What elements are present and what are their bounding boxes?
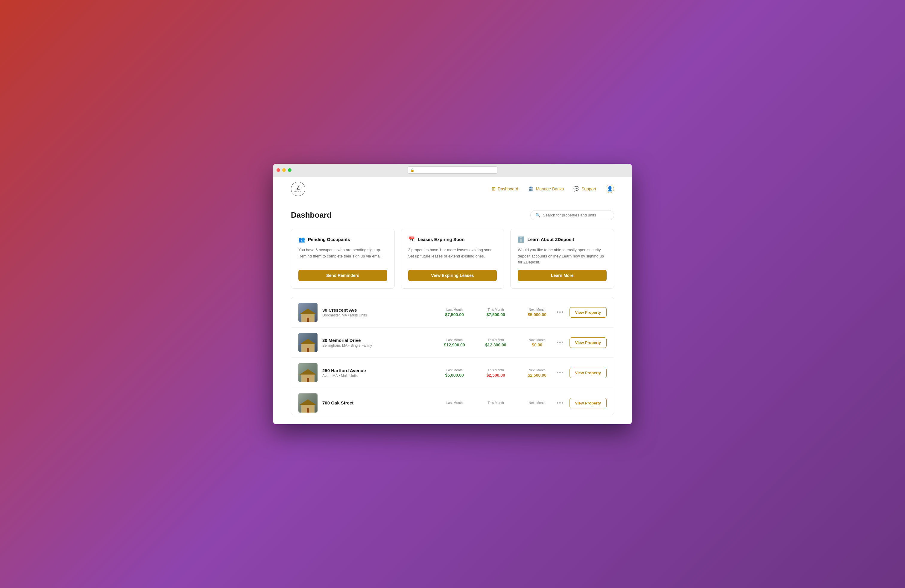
lock-icon: 🔒: [410, 168, 414, 172]
property-sub: Dorchester, MA • Multi Units: [322, 313, 437, 317]
maximize-button[interactable]: [288, 168, 292, 172]
property-img-placeholder: [298, 393, 318, 413]
next-month-value: $5,000.00: [524, 312, 551, 317]
property-img-placeholder: [298, 363, 318, 382]
last-month-value: $12,900.00: [441, 343, 468, 347]
property-name: 250 Hartford Avenue: [322, 368, 437, 373]
house-door: [307, 378, 309, 382]
this-month-col: This Month $2,500.00: [483, 368, 510, 378]
house-roof: [300, 309, 316, 314]
house-roof: [300, 339, 316, 344]
property-image: [298, 393, 318, 413]
house-body: [302, 375, 314, 382]
this-month-label: This Month: [483, 308, 510, 311]
more-options-button[interactable]: •••: [556, 308, 565, 317]
this-month-value: $7,500.00: [483, 312, 510, 317]
property-row: 250 Hartford Avenue Avon, MA • Multi Uni…: [291, 358, 614, 388]
logo-z-letter: Z: [297, 185, 300, 191]
pending-occupants-body: You have 6 occupants who are pending sig…: [298, 247, 387, 265]
house-roof: [300, 399, 316, 405]
next-month-label: Next Month: [524, 338, 551, 342]
last-month-value: $7,500.00: [441, 312, 468, 317]
view-property-button[interactable]: View Property: [570, 307, 607, 318]
next-month-col: Next Month $5,000.00: [524, 308, 551, 317]
property-image: [298, 303, 318, 322]
nav-dashboard[interactable]: ⊞ Dashboard: [492, 186, 518, 192]
last-month-value: $5,000.00: [441, 373, 468, 378]
mac-window: 🔒 Z RENT ⊞ Dashboard 🏦 Manage Banks 💬: [273, 164, 632, 424]
this-month-label: This Month: [483, 401, 510, 404]
occupants-icon: 👥: [298, 236, 305, 243]
this-month-label: This Month: [483, 338, 510, 342]
close-button[interactable]: [276, 168, 280, 172]
property-financials: Last Month This Month Next Month: [441, 401, 551, 405]
info-icon: ℹ️: [518, 236, 524, 243]
search-input[interactable]: [543, 213, 609, 217]
title-bar: 🔒: [273, 164, 632, 177]
this-month-value: $12,300.00: [483, 343, 510, 347]
next-month-value: $0.00: [524, 343, 551, 347]
this-month-col: This Month: [483, 401, 510, 405]
leases-expiring-card: 📅 Leases Expiring Soon 3 properties have…: [401, 229, 505, 289]
property-info: 700 Oak Street: [322, 400, 437, 406]
house-door: [307, 408, 309, 413]
this-month-label: This Month: [483, 368, 510, 372]
property-financials: Last Month $5,000.00 This Month $2,500.0…: [441, 368, 551, 378]
next-month-label: Next Month: [524, 308, 551, 311]
more-options-button[interactable]: •••: [556, 338, 565, 347]
property-sub: Avon, MA • Multi Units: [322, 373, 437, 378]
house-illustration: [298, 339, 318, 352]
view-property-button[interactable]: View Property: [570, 337, 607, 348]
cards-row: 👥 Pending Occupants You have 6 occupants…: [291, 229, 614, 289]
leases-expiring-body: 3 properties have 1 or more leases expir…: [408, 247, 497, 265]
view-property-button[interactable]: View Property: [570, 398, 607, 408]
last-month-label: Last Month: [441, 338, 468, 342]
card-header: ℹ️ Learn About ZDeposit: [518, 236, 607, 243]
next-month-col: Next Month $2,500.00: [524, 368, 551, 378]
zdeposit-card: ℹ️ Learn About ZDeposit Would you like t…: [510, 229, 614, 289]
zdeposit-title: Learn About ZDeposit: [527, 237, 574, 242]
app-content: Z RENT ⊞ Dashboard 🏦 Manage Banks 💬 Supp…: [273, 177, 632, 424]
property-actions: ••• View Property: [556, 398, 607, 408]
url-bar[interactable]: 🔒: [408, 167, 497, 174]
house-illustration: [298, 309, 318, 322]
property-actions: ••• View Property: [556, 368, 607, 378]
learn-more-button[interactable]: Learn More: [518, 270, 607, 281]
property-sub: Bellingham, MA • Single Family: [322, 343, 437, 348]
card-header: 📅 Leases Expiring Soon: [408, 236, 497, 243]
house-door: [307, 318, 309, 322]
more-options-button[interactable]: •••: [556, 369, 565, 377]
search-icon: 🔍: [535, 213, 540, 218]
next-month-label: Next Month: [524, 401, 551, 404]
nav-support[interactable]: 💬 Support: [573, 186, 596, 192]
property-info: 250 Hartford Avenue Avon, MA • Multi Uni…: [322, 368, 437, 378]
view-expiring-leases-button[interactable]: View Expiring Leases: [408, 270, 497, 281]
logo: Z RENT: [291, 182, 305, 196]
property-info: 30 Memorial Drive Bellingham, MA • Singl…: [322, 338, 437, 348]
user-avatar[interactable]: 👤: [606, 185, 614, 193]
house-body: [302, 344, 314, 352]
bank-icon: 🏦: [528, 186, 534, 192]
more-options-button[interactable]: •••: [556, 399, 565, 407]
nav-manage-banks[interactable]: 🏦 Manage Banks: [528, 186, 564, 192]
zdeposit-body: Would you like to be able to easily open…: [518, 247, 607, 265]
properties-list: 30 Crescent Ave Dorchester, MA • Multi U…: [291, 297, 614, 415]
view-property-button[interactable]: View Property: [570, 368, 607, 378]
house-body: [302, 405, 314, 413]
send-reminders-button[interactable]: Send Reminders: [298, 270, 387, 281]
property-actions: ••• View Property: [556, 337, 607, 348]
search-bar[interactable]: 🔍: [530, 210, 614, 220]
last-month-label: Last Month: [441, 401, 468, 404]
last-month-col: Last Month $12,900.00: [441, 338, 468, 347]
house-door: [307, 348, 309, 352]
card-header: 👥 Pending Occupants: [298, 236, 387, 243]
last-month-col: Last Month $5,000.00: [441, 368, 468, 378]
logo-rent-text: RENT: [294, 191, 302, 192]
page-header: Dashboard 🔍: [291, 210, 614, 220]
last-month-col: Last Month $7,500.00: [441, 308, 468, 317]
nav-manage-banks-label: Manage Banks: [536, 186, 564, 191]
nav-links: ⊞ Dashboard 🏦 Manage Banks 💬 Support 👤: [492, 185, 614, 193]
property-row: 700 Oak Street Last Month This Month: [291, 388, 614, 415]
minimize-button[interactable]: [282, 168, 286, 172]
calendar-icon: 📅: [408, 236, 415, 243]
